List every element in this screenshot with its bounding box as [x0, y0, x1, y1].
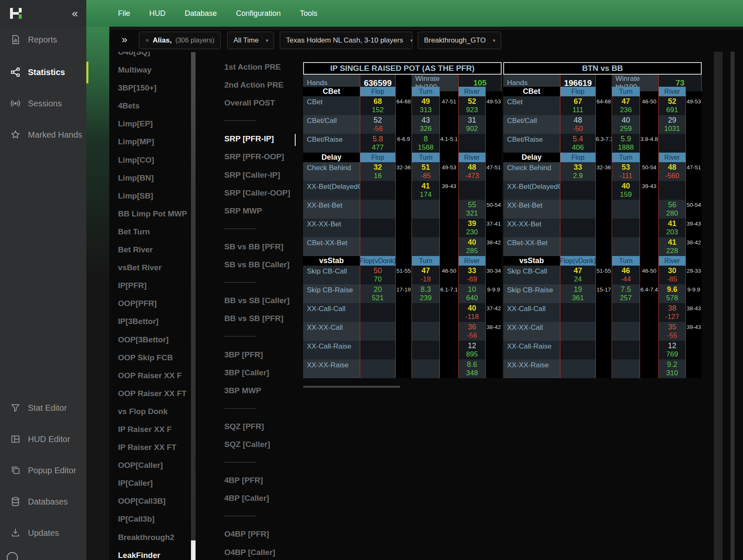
stat-cell[interactable]: 33-69	[458, 266, 486, 284]
stat-cell[interactable]: 48-560	[658, 162, 686, 181]
stat-cell[interactable]: 31902	[458, 115, 486, 134]
stat-cell[interactable]: 332.9	[560, 162, 596, 181]
category-item[interactable]: IP Raiser XX F	[109, 420, 191, 438]
stat-cell[interactable]: 10640	[458, 284, 486, 303]
stats-nav-item[interactable]: SRP [PFR-IP]	[196, 130, 295, 148]
stats-nav-item[interactable]: SRP MWP	[196, 202, 295, 220]
stat-cell[interactable]: 52923	[458, 96, 486, 115]
stats-nav-item[interactable]: SRP [Caller-OOP]	[196, 184, 295, 202]
category-item[interactable]: vs Flop Donk	[109, 402, 191, 420]
stat-cell[interactable]	[360, 181, 396, 200]
profile-filter-dropdown[interactable]: Breakthrough_GTO ▾	[418, 32, 501, 49]
stat-cell[interactable]: 36-56	[458, 322, 486, 341]
stat-cell[interactable]	[560, 200, 596, 218]
stats-nav-item[interactable]: SB vs BB [Caller]	[196, 256, 295, 274]
stat-cell[interactable]	[360, 200, 396, 218]
stat-cell[interactable]	[612, 218, 640, 237]
stat-cell[interactable]: 5.8477	[360, 134, 396, 153]
stat-cell[interactable]	[612, 303, 640, 322]
stat-cell[interactable]: 56280	[658, 200, 686, 218]
stat-cell[interactable]	[560, 237, 596, 256]
stat-cell[interactable]	[560, 218, 596, 237]
stat-cell[interactable]	[458, 181, 486, 200]
stats-nav-item[interactable]: 1st Action PRE	[196, 58, 295, 76]
menu-item-configuration[interactable]: Configuration	[236, 9, 281, 18]
stat-cell[interactable]: 47236	[612, 96, 640, 115]
category-item[interactable]: IP[Caller]	[109, 474, 191, 492]
category-item[interactable]: Limp[BN]	[109, 169, 191, 187]
category-item[interactable]: OOP Raiser XX F	[109, 367, 191, 384]
right-scrollbar-track[interactable]	[714, 43, 723, 560]
stat-cell[interactable]: 53-111	[612, 162, 640, 181]
stat-cell[interactable]	[658, 181, 686, 200]
category-item[interactable]: Multiway	[109, 61, 191, 79]
stat-cell[interactable]	[360, 341, 396, 359]
stat-cell[interactable]: 51-85	[412, 162, 440, 181]
stat-cell[interactable]: 19361	[560, 284, 596, 303]
stat-cell[interactable]: 40-118	[458, 303, 486, 322]
category-item[interactable]: OOP Raiser XX FT	[109, 384, 191, 402]
horizontal-scrollbar-thumb[interactable]	[303, 386, 400, 388]
category-item[interactable]: 4Bets	[109, 97, 191, 115]
sidebar-item-stat-editor[interactable]: Stat Editor	[0, 398, 86, 418]
stats-nav-item[interactable]: 4BP [PFR]	[196, 471, 295, 489]
stat-cell[interactable]: 40259	[612, 115, 640, 134]
category-item[interactable]: OOP[Caller]	[109, 456, 191, 474]
stat-cell[interactable]: 9.2310	[658, 359, 686, 378]
stat-cell[interactable]	[360, 303, 396, 322]
sidebar-item-databases[interactable]: Databases	[0, 492, 86, 512]
stat-cell[interactable]	[412, 200, 440, 218]
stat-cell[interactable]: 39230	[458, 218, 486, 237]
stat-cell[interactable]: 30-85	[658, 266, 686, 284]
stat-cell[interactable]	[360, 218, 396, 237]
category-item[interactable]: Limp[SB]	[109, 187, 191, 205]
time-filter-dropdown[interactable]: All Time ▾	[227, 32, 274, 49]
stat-cell[interactable]	[360, 237, 396, 256]
category-item[interactable]: Limp[MP]	[109, 133, 191, 151]
stat-cell[interactable]: 35-55	[658, 322, 686, 341]
sidebar-item-statistics[interactable]: Statistics	[0, 62, 86, 82]
stat-cell[interactable]	[412, 218, 440, 237]
stat-cell[interactable]: 291031	[658, 115, 686, 134]
menu-item-hud[interactable]: HUD	[149, 9, 166, 18]
stat-cell[interactable]: 55321	[458, 200, 486, 218]
stats-nav-item[interactable]: 2nd Action PRE	[196, 76, 295, 94]
right-scrollbar-thumb[interactable]	[730, 43, 735, 560]
stat-cell[interactable]: 5070	[360, 266, 396, 284]
stats-nav-item[interactable]: BB vs SB [PFR]	[196, 309, 295, 327]
stat-cell[interactable]: 52-56	[360, 115, 396, 134]
category-item[interactable]: Bet River	[109, 241, 191, 259]
stat-cell[interactable]: 9.6578	[658, 284, 686, 303]
stats-nav-item[interactable]: SRP [PFR-OOP]	[196, 148, 295, 166]
stats-nav-item[interactable]: O4BP [PFR]	[196, 525, 295, 543]
stat-cell[interactable]	[412, 303, 440, 322]
stat-cell[interactable]	[560, 359, 596, 378]
stat-cell[interactable]: 41203	[658, 218, 686, 237]
stat-cell[interactable]: 12895	[458, 341, 486, 359]
category-item[interactable]: BB Limp Pot MWP	[109, 205, 191, 223]
stat-cell[interactable]: 43326	[412, 115, 440, 134]
stats-nav-item[interactable]: SB vs BB [PFR]	[196, 238, 295, 256]
category-item[interactable]: LeakFinder	[109, 546, 191, 560]
stat-cell[interactable]: 8.6348	[458, 359, 486, 378]
stat-cell[interactable]	[412, 322, 440, 341]
category-item[interactable]: Breakthrough2	[109, 528, 191, 546]
category-item[interactable]: OOP Skip FCB	[109, 349, 191, 367]
collapse-sidebar-icon[interactable]: «	[72, 8, 78, 19]
stat-cell[interactable]	[412, 359, 440, 378]
stat-cell[interactable]: 46-44	[612, 266, 640, 284]
stats-nav-item[interactable]: O4BP [Caller]	[196, 543, 295, 560]
stats-nav-item[interactable]: 3BP MWP	[196, 382, 295, 399]
stats-nav-item[interactable]: BB vs SB [Caller]	[196, 291, 295, 309]
stat-cell[interactable]	[560, 303, 596, 322]
stat-cell[interactable]	[412, 237, 440, 256]
stat-cell[interactable]: 40285	[458, 237, 486, 256]
stat-cell[interactable]	[458, 134, 486, 153]
stat-cell[interactable]	[412, 341, 440, 359]
stat-cell[interactable]	[360, 322, 396, 341]
category-item[interactable]: 3BP[150+]	[109, 79, 191, 97]
sidebar-item-sessions[interactable]: Sessions	[0, 93, 86, 113]
stat-cell[interactable]: 4724	[560, 266, 596, 284]
alias-filter-button[interactable]: Alias, (306 players)	[139, 32, 221, 49]
stat-cell[interactable]	[560, 181, 596, 200]
